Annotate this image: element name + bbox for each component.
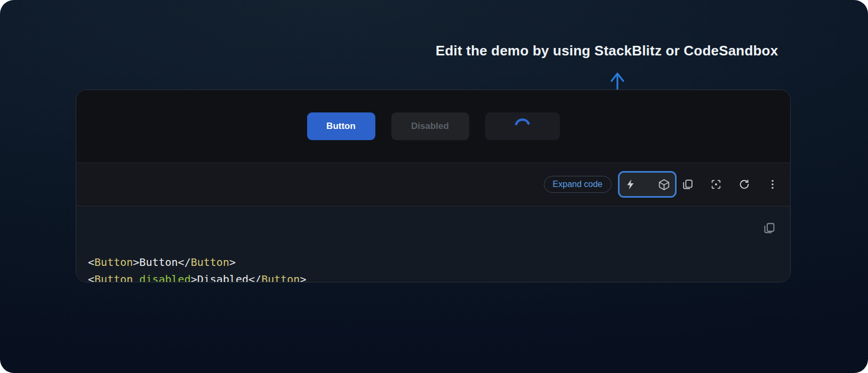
annotation-caption: Edit the demo by using StackBlitz or Cod… (436, 43, 778, 59)
copy-code-button[interactable] (680, 176, 696, 192)
stackblitz-lightning-icon (625, 179, 637, 190)
copy-icon (682, 179, 694, 190)
page-background: Edit the demo by using StackBlitz or Cod… (0, 0, 868, 373)
more-vertical-icon (767, 179, 778, 190)
primary-button[interactable]: Button (307, 112, 375, 140)
refresh-demo-button[interactable] (736, 176, 752, 192)
isolate-icon (710, 179, 722, 190)
codesandbox-cube-icon (658, 179, 670, 191)
expand-code-button[interactable]: Expand code (544, 176, 612, 193)
demo-card: Button Disabled Expand code (76, 90, 791, 282)
codesandbox-button[interactable] (656, 176, 672, 192)
demo-preview-section: Button Disabled (76, 90, 790, 163)
loading-spinner-icon (515, 118, 531, 134)
code-lines: <Button>Button</Button><Button disabled>… (88, 254, 790, 282)
arrow-up-head (612, 74, 623, 81)
toolbar-icon-row (680, 176, 781, 192)
demo-toolbar: Expand code (76, 163, 790, 206)
refresh-icon (738, 179, 750, 190)
code-line: <Button disabled>Disabled</Button> (88, 271, 790, 282)
isolate-demo-button[interactable] (708, 176, 724, 192)
disabled-button[interactable]: Disabled (391, 112, 469, 140)
loading-button[interactable] (485, 112, 560, 140)
more-actions-button[interactable] (765, 176, 781, 192)
copy-snippet-button[interactable] (761, 220, 777, 236)
code-block: <Button>Button</Button><Button disabled>… (76, 206, 790, 282)
edit-online-highlight-group (618, 171, 677, 198)
code-line: <Button>Button</Button> (88, 254, 790, 271)
copy-icon (763, 222, 776, 234)
stackblitz-button[interactable] (623, 176, 639, 192)
